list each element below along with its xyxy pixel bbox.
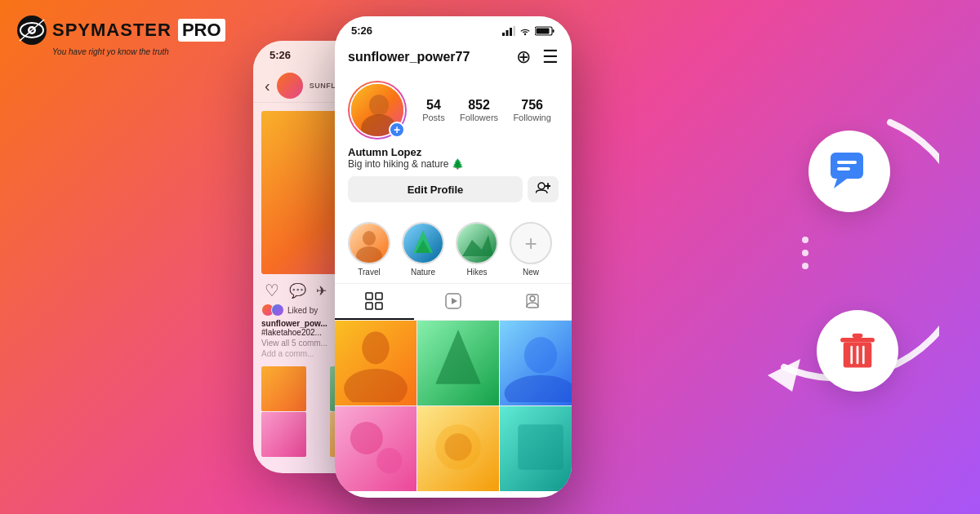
svg-rect-14 xyxy=(537,28,550,33)
chat-icon xyxy=(827,149,872,194)
ig-tab-reels[interactable] xyxy=(414,284,493,320)
dot-2 xyxy=(802,250,808,256)
ig-highlight-new[interactable]: + New xyxy=(510,222,552,277)
following-count[interactable]: 756 Following xyxy=(513,98,550,122)
ig-photo-2[interactable] xyxy=(417,321,499,405)
back-grid-photo-1 xyxy=(261,366,306,411)
posts-count-num: 54 xyxy=(426,98,441,113)
svg-rect-52 xyxy=(518,424,564,470)
svg-point-47 xyxy=(376,448,402,473)
ig-highlight-hikes[interactable]: Hikes xyxy=(456,222,498,277)
heart-icon[interactable]: ♡ xyxy=(265,281,279,300)
ig-highlight-hikes-circle xyxy=(456,222,498,264)
trash-icon xyxy=(837,330,878,371)
ig-profile-section: + 54 Posts 852 Followers 756 Following xyxy=(335,73,572,215)
svg-rect-8 xyxy=(502,33,505,36)
svg-marker-34 xyxy=(452,298,457,304)
svg-point-35 xyxy=(530,296,535,301)
ig-avatar-add-icon[interactable]: + xyxy=(389,122,405,138)
back-grid-photo-4 xyxy=(261,412,306,457)
grid-icon xyxy=(365,292,383,310)
ig-bio-text: Big into hiking & nature 🌲 xyxy=(348,158,559,170)
ig-photo-1[interactable] xyxy=(335,321,416,405)
svg-rect-29 xyxy=(366,293,372,299)
ig-header-icons: ⊕ ☰ xyxy=(516,47,559,68)
logo-tagline: You have right yo know the truth xyxy=(16,47,169,56)
posts-count[interactable]: 54 Posts xyxy=(422,98,445,122)
phones-wrapper: 5:26 ▌▌▌ ⟳ ▮ ‹ SUNFLOWER_POWER77 xyxy=(253,16,596,498)
ig-photo-6[interactable] xyxy=(500,406,572,491)
photo-1-img xyxy=(335,321,416,402)
svg-rect-15 xyxy=(553,29,555,33)
tagged-icon xyxy=(523,292,541,310)
svg-marker-55 xyxy=(834,179,847,188)
logo-area: SPYMASTER PRO You have right yo know the… xyxy=(16,15,225,56)
svg-rect-54 xyxy=(831,153,863,179)
ig-photo-grid xyxy=(335,321,572,485)
posts-count-label: Posts xyxy=(422,113,445,122)
front-phone-status-bar: 5:26 xyxy=(335,16,572,42)
svg-rect-57 xyxy=(837,167,850,171)
logo-row: SPYMASTER PRO xyxy=(16,15,225,46)
svg-point-12 xyxy=(524,33,526,34)
ig-edit-profile-button[interactable]: Edit Profile xyxy=(348,176,523,202)
back-phone-avatar xyxy=(277,73,303,99)
logo-pro-text: PRO xyxy=(178,19,225,42)
svg-rect-11 xyxy=(514,26,516,36)
ig-photo-5[interactable] xyxy=(417,406,499,491)
ig-highlight-new-circle: + xyxy=(510,222,552,264)
share-icon[interactable]: ✈ xyxy=(316,283,327,299)
svg-point-46 xyxy=(350,422,383,454)
following-count-num: 756 xyxy=(521,98,543,113)
svg-rect-31 xyxy=(366,303,372,309)
ig-tab-tagged[interactable] xyxy=(492,284,572,320)
signal-bars-icon xyxy=(502,26,515,36)
back-phone-time: 5:26 xyxy=(270,49,291,61)
ig-highlight-new-plus: + xyxy=(524,231,537,256)
followers-count[interactable]: 852 Followers xyxy=(460,98,498,122)
ig-add-person-button[interactable] xyxy=(528,176,559,202)
photo-4-img xyxy=(335,406,416,488)
svg-point-43 xyxy=(524,337,557,373)
ig-menu-icon[interactable]: ☰ xyxy=(542,47,559,68)
back-arrow-icon[interactable]: ‹ xyxy=(265,77,270,95)
ig-tabs xyxy=(335,283,572,321)
svg-rect-30 xyxy=(376,293,382,299)
ig-username-header: sunflower_power77 xyxy=(348,50,470,64)
svg-rect-32 xyxy=(376,303,382,309)
svg-rect-56 xyxy=(837,161,857,164)
liked-by-text: Liked by xyxy=(287,306,318,315)
front-status-icons xyxy=(502,26,555,36)
svg-rect-59 xyxy=(840,338,875,342)
svg-point-23 xyxy=(363,231,376,246)
dots-decoration xyxy=(802,237,808,269)
trash-icon-bubble xyxy=(817,310,898,392)
photo-2-img xyxy=(417,321,499,402)
circular-arrow-icon xyxy=(678,57,939,441)
ig-edit-btn-row: Edit Profile xyxy=(348,176,559,202)
ig-tab-grid[interactable] xyxy=(335,284,414,320)
dot-3 xyxy=(802,263,808,269)
ig-photo-4[interactable] xyxy=(335,406,416,491)
svg-rect-60 xyxy=(853,334,863,338)
svg-point-19 xyxy=(538,183,545,189)
ig-highlight-travel-label: Travel xyxy=(358,268,380,277)
ig-highlight-nature-label: Nature xyxy=(411,268,435,277)
ig-highlight-nature[interactable]: Nature xyxy=(402,222,444,277)
ig-bio: Autumn Lopez Big into hiking & nature 🌲 xyxy=(348,146,559,170)
svg-rect-10 xyxy=(510,28,512,36)
svg-point-50 xyxy=(444,433,471,460)
ig-highlight-nature-circle xyxy=(402,222,444,264)
ig-highlight-travel-circle xyxy=(348,222,390,264)
photo-3-img xyxy=(500,321,572,402)
add-person-icon xyxy=(536,181,550,194)
svg-rect-9 xyxy=(506,30,509,36)
ig-add-icon[interactable]: ⊕ xyxy=(516,47,531,68)
dot-1 xyxy=(802,237,808,243)
ig-highlight-travel[interactable]: Travel xyxy=(348,222,390,277)
front-phone-time: 5:26 xyxy=(351,24,372,37)
comment-icon[interactable]: 💬 xyxy=(289,282,306,299)
ig-photo-3[interactable] xyxy=(500,321,572,405)
travel-highlight-img xyxy=(350,224,389,263)
hikes-highlight-img xyxy=(457,224,497,263)
